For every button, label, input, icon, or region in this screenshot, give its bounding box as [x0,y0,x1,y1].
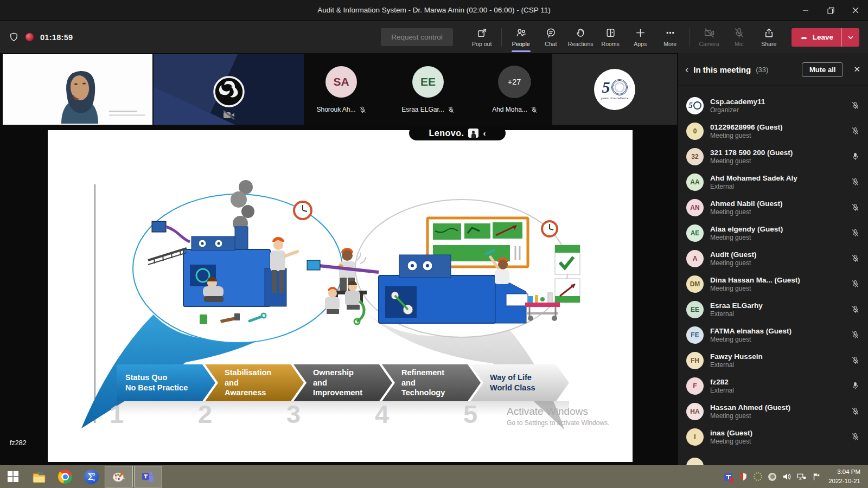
title-bar: Audit & Information System - Dr. Marwa A… [0,0,868,21]
chat-button[interactable]: Chat [536,22,566,53]
file-explorer-button[interactable] [26,465,52,488]
participant-row[interactable]: DM 5 Dina Hassan Ma... (Guest) Meeting g… [678,271,868,297]
camera-button[interactable]: Camera [694,22,724,53]
mic-status[interactable] [851,280,859,288]
apps-button[interactable]: Apps [626,22,655,53]
participant-row[interactable]: 0 5 01229628996 (Guest) Meeting guest [678,118,868,144]
mic-muted-icon [851,178,859,186]
mic-status[interactable] [851,127,859,135]
more-button[interactable]: More [655,22,685,53]
network-icon[interactable] [797,472,806,481]
organizer-logo-tile[interactable]: 5 years of excellence [552,54,677,125]
action-center-flag-icon[interactable] [812,472,821,481]
share-button[interactable]: Share [754,22,784,53]
close-button[interactable] [843,0,868,21]
mic-muted-icon [851,407,859,415]
reactions-button[interactable]: Reactions [566,22,596,53]
mic-status[interactable] [851,203,859,211]
app-status-icon[interactable] [768,472,777,481]
mic-off-icon [733,27,745,38]
participant-row[interactable]: 5 Csp.academy11 Organizer [678,93,868,118]
participant-role: Meeting guest [710,285,800,292]
avatar: AA 5 [686,174,704,191]
clock-time: 3:04 PM [828,467,860,477]
mic-muted-icon [851,356,859,364]
rooms-button[interactable]: Rooms [596,22,626,53]
teams-icon [141,470,156,483]
paint-button[interactable] [105,466,133,487]
mic-status[interactable] [851,433,859,441]
mic-status[interactable] [851,178,859,186]
mic-status[interactable] [851,407,859,415]
obs-logo [213,76,245,107]
participant-name: inas (Guest) [710,429,752,437]
lenovo-overlay-widget[interactable]: Lenovo. ‹ [409,126,506,140]
start-button[interactable] [0,465,26,488]
mic-status[interactable] [851,101,859,110]
teams-tray-icon[interactable] [724,472,733,481]
participant-role: Meeting guest [710,208,783,216]
participant-row[interactable]: 32 5 321 178 590 200 (Guest) Meeting gue… [678,144,868,169]
volume-icon[interactable] [782,472,792,481]
collapse-chevron-icon[interactable]: ‹ [483,129,486,138]
participant-row[interactable]: AN 5 Ahmed Nabil (Guest) Meeting guest [678,195,868,220]
participant-row[interactable]: AE 5 Alaa elgendy (Guest) Meeting guest [678,220,868,246]
webcam-video-tile[interactable] [3,54,152,125]
request-control-button[interactable]: Request control [381,28,453,46]
security-shield-icon[interactable] [738,472,748,481]
avatar: 32 5 [686,148,704,165]
mic-muted-icon [851,203,859,211]
obs-video-tile[interactable] [154,54,304,125]
pop-out-button[interactable]: Pop out [467,22,497,53]
participant-name: Ahd Moha... [492,106,527,113]
presenter-video [3,54,152,125]
mic-status[interactable] [851,229,859,237]
close-panel-icon[interactable]: ✕ [853,65,860,74]
mic-status[interactable] [851,152,859,160]
participant-row[interactable]: FH 5 Fawzy Hussein External [678,348,868,373]
video-avatar[interactable]: EE Esraa ELGar... [398,66,458,113]
sync-status-icon[interactable] [753,472,762,481]
restore-button[interactable] [818,0,843,21]
teams-button[interactable] [134,466,162,487]
participant-role: External [710,183,797,190]
back-chevron-icon[interactable]: ‹ [685,63,688,75]
participant-name: Esraa ELGar... [401,106,444,113]
mute-all-button[interactable]: Mute all [802,62,843,77]
participant-row[interactable]: EE 5 Esraa ELGarhy External [678,297,868,322]
panel-title: In this meeting [693,65,751,74]
participant-name: Csp.academy11 [710,98,765,106]
sigma-app-icon [84,470,99,484]
chrome-button[interactable] [52,465,78,488]
mic-button[interactable]: Mic [724,22,754,53]
participant-row[interactable]: I 5 inas (Guest) Meeting guest [678,424,868,450]
people-button[interactable]: People [506,22,536,53]
mic-status[interactable] [851,382,859,390]
toolbar-separator [690,28,690,47]
mic-status[interactable] [851,331,859,339]
taskbar-clock[interactable]: 3:04 PM 2022-10-21 [828,467,860,485]
participant-role: Meeting guest [710,157,793,165]
statistics-app-button[interactable] [78,465,104,488]
leave-options-caret[interactable] [842,28,859,47]
participant-name: Fawzy Hussein [710,352,763,361]
minimize-button[interactable] [793,0,818,21]
video-strip: SA Shorouk Ah... EE Esraa ELGar. [0,53,677,126]
avatar: FE 5 [686,326,704,344]
participant-row[interactable]: HA 5 Hassan Ahmed (Guest) Meeting guest [678,399,868,424]
overflow-count-badge[interactable]: +27 [498,66,531,98]
leave-button[interactable]: Leave [792,28,859,47]
participant-row[interactable]: FE 5 FATMA elnahas (Guest) Meeting guest [678,322,868,348]
participant-row[interactable]: F 5 fz282 External [678,373,868,399]
participant-role: External [710,361,763,369]
mic-status[interactable] [851,356,859,364]
participant-row[interactable]: AA 5 Ahd Mohamed Sadek Aly External [678,169,868,195]
mic-status[interactable] [851,305,859,313]
video-avatar[interactable]: SA Shorouk Ah... [311,66,371,113]
mic-muted-icon [531,106,538,113]
shield-icon [9,32,19,42]
mic-status[interactable] [851,254,859,262]
avatar: I 5 [686,428,704,446]
windows-taskbar: 3:04 PM 2022-10-21 [0,465,868,488]
participant-row[interactable]: A 5 Audit (Guest) Meeting guest [678,246,868,271]
